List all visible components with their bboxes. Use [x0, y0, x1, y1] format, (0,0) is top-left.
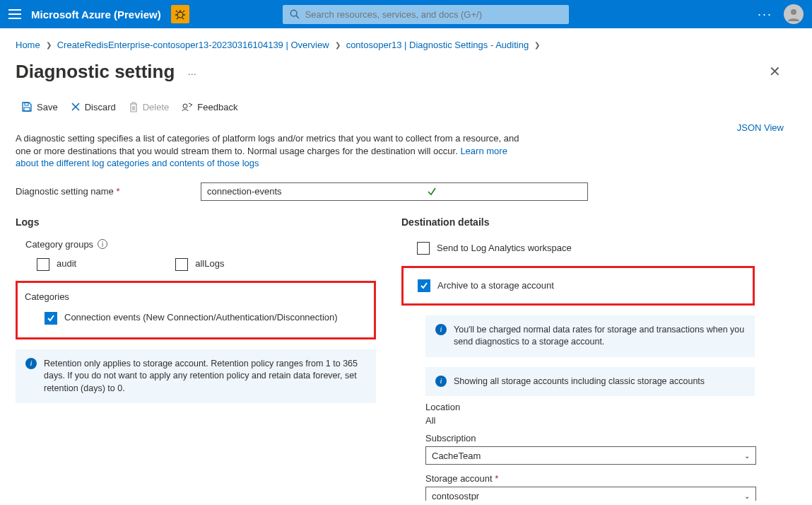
send-log-analytics-label: Send to Log Analytics workspace: [437, 243, 572, 253]
search-input[interactable]: [300, 9, 562, 20]
setting-name-input[interactable]: connection-events: [201, 182, 588, 201]
svg-point-1: [290, 10, 297, 16]
subscription-value: CacheTeam: [432, 451, 481, 461]
info-icon: i: [435, 376, 447, 387]
storage-account-value: contosostpr: [432, 491, 479, 501]
location-value: All: [425, 415, 755, 426]
chevron-right-icon: ❯: [335, 41, 341, 49]
discard-icon: [71, 102, 81, 112]
send-log-analytics-checkbox[interactable]: [417, 242, 430, 255]
svg-rect-4: [24, 108, 30, 111]
connection-events-label: Connection events (New Connection/Authen…: [64, 312, 338, 324]
retention-info-banner: i Retention only applies to storage acco…: [16, 349, 376, 404]
setting-name-value: connection-events: [207, 186, 282, 197]
setting-name-label: Diagnostic setting name *: [16, 186, 191, 197]
archive-storage-checkbox[interactable]: [418, 279, 430, 292]
discard-label: Discard: [85, 102, 116, 112]
feedback-icon: [182, 102, 193, 112]
delete-button: Delete: [129, 101, 170, 112]
subscription-select[interactable]: CacheTeam ⌄: [425, 446, 756, 465]
location-label: Location: [425, 402, 755, 412]
discard-button[interactable]: Discard: [71, 101, 116, 112]
delete-icon: [129, 102, 139, 112]
breadcrumb: Home ❯ CreateRedisEnterprise-contosoper1…: [16, 34, 784, 60]
categories-label: Categories: [23, 291, 368, 309]
storage-account-label: Storage account *: [425, 473, 755, 484]
info-icon[interactable]: i: [98, 239, 107, 249]
save-label: Save: [37, 102, 58, 112]
alllogs-label: allLogs: [195, 258, 224, 269]
user-avatar[interactable]: [784, 4, 804, 24]
svg-point-0: [177, 12, 183, 18]
category-groups-label: Category groups i: [16, 236, 376, 255]
breadcrumb-diag[interactable]: contosoper13 | Diagnostic Settings - Aud…: [346, 40, 529, 50]
archive-storage-label: Archive to a storage account: [437, 280, 554, 291]
breadcrumb-home[interactable]: Home: [16, 40, 40, 50]
chevron-down-icon: ⌄: [744, 452, 750, 460]
breadcrumb-create[interactable]: CreateRedisEnterprise-contosoper13-20230…: [57, 40, 329, 50]
feedback-button[interactable]: Feedback: [182, 101, 237, 112]
logs-section-title: Logs: [16, 214, 376, 236]
info-icon: i: [25, 358, 37, 369]
menu-toggle[interactable]: [8, 9, 21, 19]
delete-label: Delete: [143, 102, 170, 112]
page-actions-icon[interactable]: …: [183, 66, 201, 77]
subscription-label: Subscription: [425, 433, 755, 443]
description-text: A diagnostic setting specifies a list of…: [16, 122, 524, 173]
audit-label: audit: [57, 258, 76, 269]
page-title: Diagnostic setting: [16, 61, 175, 83]
preview-bug-icon[interactable]: [171, 5, 189, 23]
svg-point-5: [183, 104, 187, 108]
chevron-right-icon: ❯: [534, 41, 540, 49]
more-icon[interactable]: ···: [758, 7, 772, 22]
search-icon: [290, 9, 300, 19]
global-search[interactable]: [283, 5, 569, 24]
audit-checkbox[interactable]: [37, 258, 49, 271]
save-icon: [21, 101, 33, 112]
archive-highlight: Archive to a storage account: [401, 266, 755, 306]
storage-info-banner: i Showing all storage accounts including…: [425, 367, 755, 397]
json-view-link[interactable]: JSON View: [737, 122, 784, 133]
svg-point-2: [791, 9, 796, 15]
info-icon: i: [435, 324, 447, 335]
valid-check-icon: [427, 187, 437, 197]
connection-events-checkbox[interactable]: [45, 312, 57, 325]
chevron-down-icon: ⌄: [744, 492, 750, 500]
close-blade-button[interactable]: ✕: [766, 60, 784, 83]
brand-title: Microsoft Azure (Preview): [31, 8, 161, 21]
alllogs-checkbox[interactable]: [175, 258, 188, 271]
chevron-right-icon: ❯: [46, 41, 52, 49]
charge-info-banner: i You'll be charged normal data rates fo…: [425, 315, 755, 357]
destination-section-title: Destination details: [401, 214, 755, 236]
feedback-label: Feedback: [197, 102, 237, 112]
categories-highlight: Categories Connection events (New Connec…: [16, 281, 376, 339]
save-button[interactable]: Save: [21, 101, 58, 112]
storage-account-select[interactable]: contosostpr ⌄: [425, 487, 756, 501]
